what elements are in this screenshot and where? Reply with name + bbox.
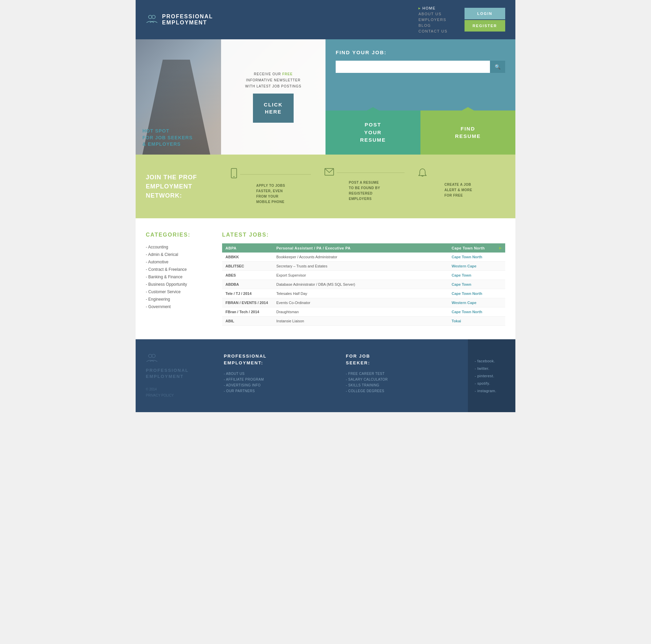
category-government[interactable]: Government [148, 304, 171, 309]
find-job-panel: FIND YOUR JOB: 🔍 [326, 39, 515, 110]
email-icon [324, 168, 334, 177]
search-button[interactable]: 🔍 [490, 61, 505, 73]
logo-icon [146, 14, 158, 26]
find-job-title: FIND YOUR JOB: [336, 49, 505, 55]
job-title: Bookkeeper / Accounts Administrator [273, 253, 448, 262]
list-item: - Contract & Freelance [146, 266, 209, 273]
nav-blog[interactable]: BLOG [418, 23, 448, 27]
categories-title: CATEGORIES: [146, 232, 209, 238]
footer-salary-link[interactable]: SALARY CALCULATOR [348, 378, 388, 381]
social-pinterest[interactable]: pinterest. [477, 374, 494, 378]
footer-affiliate-link[interactable]: AFFILIATE PROGRAM [226, 378, 264, 381]
nav-contact[interactable]: CONTACT US [418, 29, 448, 33]
table-row[interactable]: ABIL Instansie Liaison Tokai [222, 317, 505, 326]
click-here-button[interactable]: CLICKHERE [253, 94, 294, 123]
category-business[interactable]: Business Opportunity [148, 282, 187, 287]
table-header-row: ABPA Personal Assistant / PA / Executive… [222, 243, 505, 253]
list-item: - Customer Service [146, 288, 209, 296]
post-resume-button[interactable]: POST YOUR RESUME [326, 110, 420, 155]
search-input[interactable] [336, 61, 490, 73]
category-engineering[interactable]: Engineering [148, 297, 170, 302]
newsletter-overlay: RECEIVE OUR FREE INFORMATIVE NEWSLETTER … [221, 39, 326, 155]
cta-buttons: POST YOUR RESUME FIND RESUME [326, 110, 515, 155]
hero-section: RECEIVE OUR FREE INFORMATIVE NEWSLETTER … [136, 39, 515, 155]
svg-point-5 [149, 354, 152, 358]
category-list: - Accounting - Admin & Clerical - Automo… [146, 243, 209, 310]
list-item: - COLLEGE DEGREES [346, 388, 458, 394]
job-location: Cape Town North [448, 253, 496, 262]
list-item: - Government [146, 303, 209, 310]
category-automotive[interactable]: Automotive [148, 260, 169, 264]
category-banking[interactable]: Banking & Finance [148, 275, 182, 279]
table-row[interactable]: ABES Export Supervisor Cape Town [222, 271, 505, 280]
col-company-header: ABPA [222, 243, 273, 253]
social-spotify[interactable]: spotify. [477, 381, 490, 385]
job-location: Tokai [448, 317, 496, 326]
nav-employers[interactable]: EMPLOYERS [418, 18, 448, 22]
job-company: ABIL [222, 317, 273, 326]
footer-col-job-seeker: FOR JOB SEEKER: - FREE CAREER TEST - SAL… [346, 353, 458, 399]
features-row: APPLY TO JOBSFASTER, EVENFROM YOURMOBILE… [224, 168, 505, 205]
bell-icon [418, 168, 427, 179]
find-resume-button[interactable]: FIND RESUME [420, 110, 515, 155]
list-item: - twitter. [475, 365, 509, 372]
footer-col1-title: PROFESSIONAL EMPLOYMENT: [224, 353, 336, 366]
job-location: Cape Town [448, 280, 496, 289]
job-title: Export Supervisor [273, 271, 448, 280]
main-content: CATEGORIES: - Accounting - Admin & Cleri… [136, 218, 515, 339]
job-location: Cape Town North [448, 289, 496, 298]
footer-college-link[interactable]: COLLEGE DEGREES [348, 389, 384, 393]
job-title: Telesales Half Day [273, 289, 448, 298]
list-item: - Automotive [146, 258, 209, 266]
feature-alert-text: CREATE A JOBALERT & MOREFOR FREE [445, 182, 472, 198]
table-row[interactable]: FBran / Tech / 2014 Draughtsman Cape Tow… [222, 307, 505, 317]
job-company: ABLITSEC [222, 262, 273, 271]
join-network-section: JOIN THE PROF EMPLOYMENT NETWORK: APPLY … [136, 155, 515, 218]
logo-area: PROFESSIONAL EMPLOYMENT [146, 14, 412, 26]
login-button[interactable]: LOGIN [465, 8, 505, 19]
list-item: - OUR PARTNERS [224, 388, 336, 394]
categories-section: CATEGORIES: - Accounting - Admin & Cleri… [146, 232, 209, 326]
nav-about[interactable]: ABOUT US [418, 12, 448, 16]
social-facebook[interactable]: facebook. [477, 359, 495, 363]
feature-mobile: APPLY TO JOBSFASTER, EVENFROM YOURMOBILE… [224, 168, 318, 205]
list-item: - Business Opportunity [146, 281, 209, 288]
svg-point-6 [152, 354, 155, 358]
job-company: Tele / TJ / 2014 [222, 289, 273, 298]
job-title: Database Administrator / DBA (MS SQL Ser… [273, 280, 448, 289]
nav-home[interactable]: ▶HOME [418, 6, 448, 10]
mobile-icon [231, 168, 237, 180]
footer-partners-link[interactable]: OUR PARTNERS [226, 389, 255, 393]
category-customer-service[interactable]: Customer Service [148, 289, 180, 294]
category-accounting[interactable]: Accounting [148, 245, 168, 249]
privacy-policy-link[interactable]: PRIVACY POLICY [146, 394, 174, 397]
job-title: Events Co-Ordinator [273, 298, 448, 307]
list-item: - pinterest. [475, 372, 509, 380]
table-row[interactable]: ABBKK Bookkeeper / Accounts Administrato… [222, 253, 505, 262]
col-arrow-header: ▶ [496, 243, 505, 253]
job-title: Instansie Liaison [273, 317, 448, 326]
table-row[interactable]: ABDBA Database Administrator / DBA (MS S… [222, 280, 505, 289]
main-nav: ▶HOME ABOUT US EMPLOYERS BLOG CONTACT US [418, 6, 448, 33]
footer-skills-link[interactable]: SKILLS TRAINING [348, 383, 379, 387]
footer-career-link[interactable]: FREE CAREER TEST [348, 372, 384, 376]
footer-logo-text: PROFESSIONAL EMPLOYMENT [146, 367, 214, 380]
table-row[interactable]: FBRAN / EVENTS / 2014 Events Co-Ordinato… [222, 298, 505, 307]
list-item: - FREE CAREER TEST [346, 371, 458, 377]
social-instagram[interactable]: instagram. [477, 389, 496, 393]
category-admin[interactable]: Admin & Clerical [148, 252, 178, 257]
job-company: ABES [222, 271, 273, 280]
feature-resume: POST A RESUMETO BE FOUND BYREGISTEREDEMP… [318, 168, 412, 202]
jobs-section: LATEST JOBS: ABPA Personal Assistant / P… [222, 232, 505, 326]
social-twitter[interactable]: twitter. [477, 366, 490, 370]
register-button[interactable]: REGISTER [465, 20, 505, 32]
table-row[interactable]: ABLITSEC Secretary – Trusts and Estates … [222, 262, 505, 271]
table-row[interactable]: Tele / TJ / 2014 Telesales Half Day Cape… [222, 289, 505, 298]
footer-brand: PROFESSIONAL EMPLOYMENT © 2014 PRIVACY P… [146, 353, 214, 399]
category-contract[interactable]: Contract & Freelance [148, 267, 186, 272]
footer-advertising-link[interactable]: ADVERTISING INFO [226, 383, 261, 387]
search-bar: 🔍 [336, 61, 505, 73]
svg-point-1 [152, 15, 155, 19]
footer-about-link[interactable]: ABOUT US [226, 372, 245, 376]
list-item: - AFFILIATE PROGRAM [224, 377, 336, 382]
